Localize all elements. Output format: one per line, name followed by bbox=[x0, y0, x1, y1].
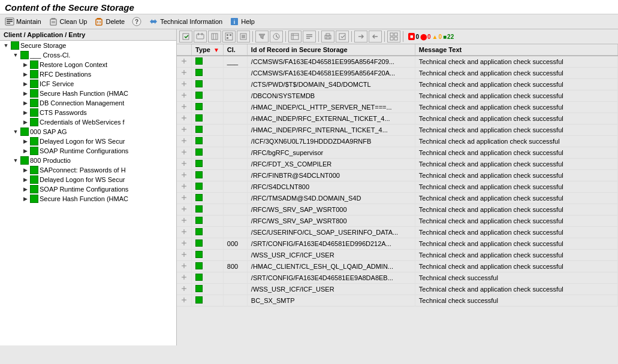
expand-arrow[interactable]: ▶ bbox=[22, 90, 29, 96]
expand-arrow[interactable]: ▶ bbox=[22, 138, 29, 144]
row-type-cell bbox=[192, 56, 224, 68]
tree-node-label: SAPconnect: Passwords of H bbox=[40, 166, 126, 174]
tree-item[interactable]: ▶Delayed Logon for WS Secur bbox=[0, 175, 176, 184]
rt-btn-5[interactable] bbox=[237, 31, 250, 43]
row-msg-cell: Technical check and application check su… bbox=[415, 284, 617, 295]
table-row[interactable]: /WSS_USR_ICF/ICF_USER Technical check an… bbox=[177, 250, 618, 261]
table-row[interactable]: /ICF/3QXN6U0L7L19HDDDZD4A9RNFB Technical… bbox=[177, 136, 618, 147]
table-row[interactable]: /CCMSWS/FA163E4D46581EE995A8564F20A... T… bbox=[177, 68, 618, 79]
tree-item[interactable]: ▼Secure Storage bbox=[0, 41, 176, 50]
tree-item[interactable]: ▶Secure Hash Function (HMAC bbox=[0, 194, 176, 204]
table-row[interactable]: ___ /CCMSWS/FA163E4D46581EE995A8564F209.… bbox=[177, 56, 618, 68]
svg-rect-8 bbox=[96, 19, 102, 25]
rt-btn-11[interactable] bbox=[369, 31, 382, 43]
table-row[interactable]: /HMAC_INDEP/RFC_INTERNAL_TICKET_4... Tec… bbox=[177, 125, 618, 136]
technical-icon bbox=[149, 17, 158, 26]
row-id-cell: /HMAC_INDEP/CL_HTTP_SERVER_NET===... bbox=[247, 102, 415, 113]
tree-item[interactable]: ▶Secure Hash Function (HMAC bbox=[0, 89, 176, 98]
expand-arrow[interactable]: ▶ bbox=[22, 186, 29, 192]
tree-item[interactable]: ▶DB Connection Management bbox=[0, 98, 176, 108]
expand-arrow[interactable]: ▶ bbox=[22, 148, 29, 154]
table-row[interactable]: /DBCON/SYSTEMDB Technical check and appl… bbox=[177, 90, 618, 102]
rt-btn-6[interactable] bbox=[270, 31, 283, 43]
cleanup-button[interactable]: Clean Up bbox=[49, 17, 88, 26]
expand-arrow[interactable]: ▼ bbox=[12, 129, 19, 135]
row-type-cell bbox=[192, 204, 224, 216]
tree-item[interactable]: ▶Delayed Logon for WS Secur bbox=[0, 136, 176, 146]
tree-item[interactable]: ▶ICF Service bbox=[0, 79, 176, 89]
rt-btn-9[interactable] bbox=[336, 31, 349, 43]
expand-arrow[interactable]: ▶ bbox=[22, 196, 29, 202]
rt-btn-3[interactable] bbox=[208, 31, 221, 43]
stop-badge: ■ 0 bbox=[408, 33, 419, 40]
delete-icon bbox=[94, 17, 104, 26]
status-badges: ■ 0 ⬤ 0 ▲ 0 ■ 22 bbox=[408, 33, 454, 40]
svg-line-30 bbox=[276, 37, 278, 38]
row-type-cell bbox=[192, 238, 224, 250]
tree-item[interactable]: ▼___ Cross-Cl. bbox=[0, 50, 176, 60]
rt-btn-7[interactable] bbox=[288, 31, 302, 43]
table-row[interactable]: /RFC/WS_SRV_SAP_WSRT800 Technical check … bbox=[177, 216, 618, 227]
table-row[interactable]: /RFC/FDT_XS_COMPILER Technical check and… bbox=[177, 159, 618, 170]
expand-arrow[interactable]: ▼ bbox=[2, 43, 10, 48]
tree-node-icon bbox=[30, 80, 38, 88]
rt-btn-2[interactable] bbox=[194, 31, 207, 43]
row-cl-cell bbox=[223, 113, 247, 125]
maintain-button[interactable]: Maintain bbox=[5, 17, 41, 26]
expand-arrow[interactable]: ▼ bbox=[12, 52, 19, 58]
table-row[interactable]: 800 /HMAC_CLIENT/CL_ESH_QL_LQAID_ADMIN..… bbox=[177, 261, 618, 272]
tree-item[interactable]: ▶SOAP Runtime Configurations bbox=[0, 146, 176, 156]
table-row[interactable]: /WSS_USR_ICF/ICF_USER Technical check an… bbox=[177, 284, 618, 295]
rt-btn-filter[interactable] bbox=[255, 31, 269, 43]
expand-arrow[interactable]: ▶ bbox=[22, 119, 29, 125]
row-id-cell: /RFC/WS_SRV_SAP_WSRT800 bbox=[247, 216, 415, 227]
expand-arrow[interactable]: ▶ bbox=[22, 81, 29, 87]
expand-arrow[interactable]: ▶ bbox=[22, 177, 29, 183]
table-row[interactable]: /SRT/CONFIG/FA163E4D46581EE9A8DA8EB... T… bbox=[177, 272, 618, 284]
expand-arrow[interactable]: ▶ bbox=[22, 167, 29, 173]
delete-button[interactable]: Delete bbox=[94, 17, 125, 26]
tree-item[interactable]: ▶SAPconnect: Passwords of H bbox=[0, 165, 176, 175]
table-row[interactable]: /RFC/S4DCLNT800 Technical check and appl… bbox=[177, 181, 618, 193]
tree-item[interactable]: ▶Restore Logon Context bbox=[0, 60, 176, 69]
tree-item[interactable]: ▶CTS Passwords bbox=[0, 108, 176, 117]
table-row[interactable]: 000 /SRT/CONFIG/FA163E4D46581ED996D212A.… bbox=[177, 238, 618, 250]
table-row[interactable]: /HMAC_INDEP/RFC_EXTERNAL_TICKET_4... Tec… bbox=[177, 113, 618, 125]
table-row[interactable]: /CTS/PWD/$T$/DOMAIN_S4D/DOMCTL Technical… bbox=[177, 79, 618, 90]
type-icon bbox=[195, 183, 203, 190]
table-row[interactable]: /RFC/FINBTR@S4DCLNT000 Technical check a… bbox=[177, 170, 618, 181]
rt-btn-4[interactable] bbox=[222, 31, 236, 43]
help-button[interactable]: i Help bbox=[230, 17, 255, 26]
tree-item[interactable]: ▶SOAP Runtime Configurations bbox=[0, 184, 176, 194]
row-type-cell bbox=[192, 295, 224, 307]
table-row[interactable]: /RFC/bgRFC_supervisor Technical check an… bbox=[177, 147, 618, 159]
expand-arrow[interactable]: ▶ bbox=[22, 62, 29, 68]
table-row[interactable]: /HMAC_INDEP/CL_HTTP_SERVER_NET===... Tec… bbox=[177, 102, 618, 113]
table-row[interactable]: BC_SX_SMTP Technical check successful bbox=[177, 295, 618, 307]
tree-item[interactable]: ▶Credentials of WebServices f bbox=[0, 117, 176, 127]
table-row[interactable]: /SEC/USERINFO/CL_SOAP_USERINFO_DATA... T… bbox=[177, 227, 618, 238]
rt-btn-10[interactable] bbox=[354, 31, 367, 43]
type-icon bbox=[195, 194, 203, 201]
expand-arrow[interactable]: ▶ bbox=[22, 100, 29, 106]
tree-item[interactable]: ▼800 Productio bbox=[0, 156, 176, 165]
tree-item[interactable]: ▼000 SAP AG bbox=[0, 127, 176, 136]
tree-node-icon bbox=[20, 51, 29, 59]
expand-arrow[interactable]: ▼ bbox=[12, 157, 19, 163]
rt-btn-8[interactable] bbox=[303, 31, 316, 43]
rt-btn-1[interactable] bbox=[179, 31, 192, 43]
row-msg-cell: Technical check and application check su… bbox=[415, 79, 617, 90]
svg-rect-23 bbox=[227, 34, 228, 36]
table-row[interactable]: /RFC/WS_SRV_SAP_WSRT000 Technical check … bbox=[177, 204, 618, 216]
expand-arrow[interactable]: ▶ bbox=[22, 110, 29, 116]
rt-btn-print[interactable] bbox=[321, 31, 334, 43]
row-type-cell bbox=[192, 272, 224, 284]
expand-arrow[interactable]: ▶ bbox=[22, 71, 29, 77]
row-msg-cell: Technical check and application check su… bbox=[415, 250, 617, 261]
table-row[interactable]: /RFC/TMSADM@S4D.DOMAIN_S4D Technical che… bbox=[177, 193, 618, 204]
tree-item[interactable]: ▶RFC Destinations bbox=[0, 69, 176, 79]
row-msg-cell: Technical check and application check su… bbox=[415, 181, 617, 193]
technical-info-button[interactable]: Technical Information bbox=[149, 17, 222, 26]
rt-btn-grid[interactable] bbox=[387, 31, 400, 43]
info-button[interactable]: ? bbox=[132, 17, 141, 26]
